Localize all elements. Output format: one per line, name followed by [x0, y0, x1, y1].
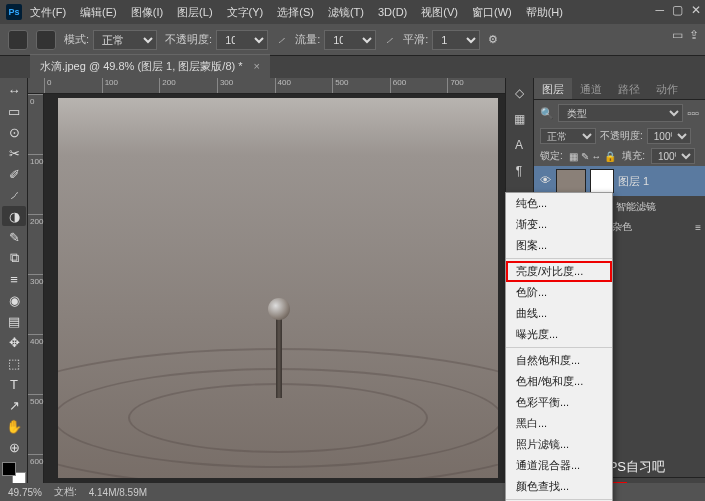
image-content: [276, 318, 282, 398]
layers-tab[interactable]: 图层: [534, 78, 572, 99]
filter-options-icon[interactable]: ≡: [695, 222, 701, 233]
maximize-icon[interactable]: ▢: [672, 3, 683, 17]
airbrush-icon[interactable]: ⟋: [384, 34, 395, 46]
zoom-level[interactable]: 49.75%: [8, 487, 42, 498]
menu-pattern[interactable]: 图案...: [506, 235, 612, 256]
opacity-label: 不透明度:: [165, 32, 212, 47]
channels-tab[interactable]: 通道: [572, 78, 610, 99]
horizontal-ruler: 0100200300400500600700: [28, 78, 505, 94]
history-brush-tool[interactable]: ⧉: [2, 248, 26, 268]
filter-toggle-icon[interactable]: ▫▫▫: [687, 107, 699, 119]
lasso-tool[interactable]: ⊙: [2, 122, 26, 142]
layer-thumbnail[interactable]: [556, 169, 586, 193]
menu-channel-mixer[interactable]: 通道混合器...: [506, 455, 612, 476]
doc-size: 4.14M/8.59M: [89, 487, 147, 498]
brush-preset-icon[interactable]: [8, 30, 28, 50]
menu-black-white[interactable]: 黑白...: [506, 413, 612, 434]
stamp-tool[interactable]: ✎: [2, 227, 26, 247]
menu-layer[interactable]: 图层(L): [171, 2, 218, 23]
flow-select[interactable]: 100%: [324, 30, 376, 50]
menu-levels[interactable]: 色阶...: [506, 282, 612, 303]
menu-vibrance[interactable]: 自然饱和度...: [506, 350, 612, 371]
fill-label: 填充:: [622, 149, 645, 163]
menu-image[interactable]: 图像(I): [125, 2, 169, 23]
menu-photo-filter[interactable]: 照片滤镜...: [506, 434, 612, 455]
marquee-tool[interactable]: ▭: [2, 101, 26, 121]
paths-tab[interactable]: 路径: [610, 78, 648, 99]
menu-help[interactable]: 帮助(H): [520, 2, 569, 23]
type-tool[interactable]: T: [2, 374, 26, 394]
visibility-icon[interactable]: 👁: [538, 174, 552, 188]
close-icon[interactable]: ✕: [691, 3, 701, 17]
document-title: 水滴.jpeg @ 49.8% (图层 1, 图层蒙版/8) *: [40, 60, 243, 72]
minimize-icon[interactable]: ─: [655, 3, 664, 17]
swatches-panel-icon[interactable]: ▦: [508, 108, 530, 130]
menu-brightness-contrast[interactable]: 亮度/对比度...: [506, 261, 612, 282]
menu-file[interactable]: 文件(F): [24, 2, 72, 23]
adjustment-layer-menu: 纯色... 渐变... 图案... 亮度/对比度... 色阶... 曲线... …: [505, 192, 613, 501]
gradient-tool[interactable]: ◉: [2, 290, 26, 310]
doc-info-label: 文档:: [54, 485, 77, 499]
lock-icons[interactable]: ▦ ✎ ↔ 🔒: [569, 151, 616, 162]
blend-mode-select[interactable]: 正常: [93, 30, 157, 50]
close-tab-icon[interactable]: ×: [254, 60, 260, 72]
smart-filters-label: 智能滤镜: [616, 200, 656, 214]
layer-opacity-select[interactable]: 100%: [647, 128, 691, 144]
canvas[interactable]: [58, 98, 498, 478]
menu-solid-color[interactable]: 纯色...: [506, 193, 612, 214]
crop-tool[interactable]: ✂: [2, 143, 26, 163]
menu-gradient[interactable]: 渐变...: [506, 214, 612, 235]
filter-icon[interactable]: 🔍: [540, 107, 554, 120]
fill-select[interactable]: 100%: [651, 148, 695, 164]
smoothing-select[interactable]: 10%: [432, 30, 480, 50]
color-panel-icon[interactable]: ◇: [508, 82, 530, 104]
tools-palette: ↔ ▭ ⊙ ✂ ✐ ⟋ ◑ ✎ ⧉ ≡ ◉ ▤ ✥ ⬚ T ↗ ✋ ⊕: [0, 78, 28, 501]
app-logo: Ps: [6, 4, 22, 20]
opacity-select[interactable]: 100%: [216, 30, 268, 50]
menu-color-balance[interactable]: 色彩平衡...: [506, 392, 612, 413]
brush-tool[interactable]: ◑: [2, 206, 26, 226]
eraser-tool[interactable]: ≡: [2, 269, 26, 289]
menu-curves[interactable]: 曲线...: [506, 303, 612, 324]
paragraph-panel-icon[interactable]: ¶: [508, 160, 530, 182]
healing-tool[interactable]: ⟋: [2, 185, 26, 205]
menu-filter[interactable]: 滤镜(T): [322, 2, 370, 23]
vertical-ruler: 0100200300400500600: [28, 94, 44, 501]
smoothing-label: 平滑:: [403, 32, 428, 47]
document-tab[interactable]: 水滴.jpeg @ 49.8% (图层 1, 图层蒙版/8) * ×: [30, 54, 270, 78]
flow-label: 流量:: [295, 32, 320, 47]
brush-settings-icon[interactable]: [36, 30, 56, 50]
hand-tool[interactable]: ✋: [2, 416, 26, 436]
path-tool[interactable]: ↗: [2, 395, 26, 415]
move-tool[interactable]: ↔: [2, 80, 26, 100]
menu-window[interactable]: 窗口(W): [466, 2, 518, 23]
watermark-text: PS自习吧: [609, 458, 665, 476]
menu-view[interactable]: 视图(V): [415, 2, 464, 23]
menu-3d[interactable]: 3D(D): [372, 3, 413, 21]
layer-name[interactable]: 图层 1: [618, 174, 649, 189]
menu-hue-saturation[interactable]: 色相/饱和度...: [506, 371, 612, 392]
menu-separator: [506, 347, 612, 348]
menu-separator: [506, 499, 612, 500]
menu-select[interactable]: 选择(S): [271, 2, 320, 23]
menu-exposure[interactable]: 曝光度...: [506, 324, 612, 345]
share-icon[interactable]: ⇪: [689, 28, 699, 42]
menu-edit[interactable]: 编辑(E): [74, 2, 123, 23]
menu-type[interactable]: 文字(Y): [221, 2, 270, 23]
layer-filter-select[interactable]: 类型: [558, 104, 683, 122]
pressure-opacity-icon[interactable]: ⟋: [276, 34, 287, 46]
image-content: [268, 298, 290, 320]
zoom-tool[interactable]: ⊕: [2, 437, 26, 457]
foreground-color[interactable]: [2, 462, 16, 476]
dodge-tool[interactable]: ✥: [2, 332, 26, 352]
character-panel-icon[interactable]: A: [508, 134, 530, 156]
layer-blend-select[interactable]: 正常: [540, 128, 596, 144]
search-icon[interactable]: ▭: [672, 28, 683, 42]
gear-icon[interactable]: ⚙: [488, 33, 498, 46]
actions-tab[interactable]: 动作: [648, 78, 686, 99]
pen-tool[interactable]: ⬚: [2, 353, 26, 373]
blur-tool[interactable]: ▤: [2, 311, 26, 331]
eyedropper-tool[interactable]: ✐: [2, 164, 26, 184]
menu-color-lookup[interactable]: 颜色查找...: [506, 476, 612, 497]
mask-thumbnail[interactable]: [590, 169, 614, 193]
